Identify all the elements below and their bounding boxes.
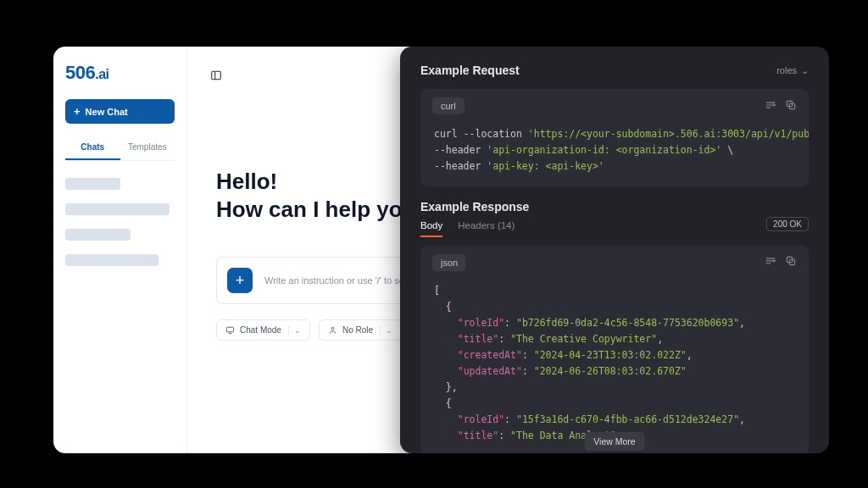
plus-icon: + <box>74 106 81 117</box>
chat-mode-button[interactable]: Chat Mode ⌄ <box>216 319 310 341</box>
wrap-icon[interactable] <box>765 255 776 269</box>
code-lang-tab[interactable]: json <box>432 254 466 271</box>
list-item[interactable] <box>65 229 131 241</box>
svg-rect-0 <box>212 71 221 79</box>
wrap-icon[interactable] <box>765 99 776 114</box>
code-lang-tab[interactable]: curl <box>432 97 465 114</box>
sidebar-tabs: Chats Templates <box>65 136 175 161</box>
collapse-sidebar-icon[interactable] <box>209 69 223 82</box>
status-badge: 200 OK <box>766 217 809 231</box>
curl-code[interactable]: curl --location 'https://<your-subdomain… <box>420 121 809 186</box>
chat-mode-icon <box>225 325 235 335</box>
response-title: Example Response <box>420 200 529 214</box>
list-item[interactable] <box>65 178 120 190</box>
response-tabs: Body Headers (14) 200 OK <box>420 220 809 237</box>
json-code[interactable]: [ { "roleId": "b726fd69-0da2-4c56-8548-7… <box>420 278 809 453</box>
svg-point-4 <box>331 327 334 330</box>
endpoint-dropdown[interactable]: roles ⌄ <box>776 65 809 76</box>
request-title: Example Request <box>420 64 520 77</box>
copy-icon[interactable] <box>785 255 797 269</box>
tab-body[interactable]: Body <box>420 220 442 237</box>
api-docs-panel: Example Request roles ⌄ curl curl --loca… <box>400 47 829 453</box>
add-attachment-button[interactable]: + <box>227 268 253 293</box>
list-item[interactable] <box>65 203 170 215</box>
tab-templates[interactable]: Templates <box>120 136 175 160</box>
chevron-down-icon: ⌄ <box>801 65 809 76</box>
logo: 506.ai <box>65 62 175 84</box>
tab-headers[interactable]: Headers (14) <box>458 220 515 237</box>
sidebar: 506.ai + New Chat Chats Templates <box>53 47 187 453</box>
tab-chats[interactable]: Chats <box>65 136 120 160</box>
new-chat-label: New Chat <box>86 107 128 117</box>
copy-icon[interactable] <box>785 99 797 114</box>
response-code-block: json [ { "roleId": "b726fd69-0da2-4c56-8… <box>420 246 809 453</box>
request-code-block: curl curl --location 'https://<your-subd… <box>420 89 809 186</box>
svg-rect-2 <box>226 327 233 332</box>
chevron-down-icon: ⌄ <box>288 326 301 335</box>
response-header: Example Response <box>420 200 809 214</box>
list-item[interactable] <box>65 254 159 266</box>
role-button[interactable]: No Role ⌄ <box>319 319 402 341</box>
new-chat-button[interactable]: + New Chat <box>65 99 175 124</box>
chevron-down-icon: ⌄ <box>380 326 392 335</box>
prompt-input[interactable]: Write an instruction or use '/' to selec <box>264 275 416 286</box>
person-icon <box>328 325 337 335</box>
request-header: Example Request roles ⌄ <box>420 64 809 77</box>
view-more-button[interactable]: View More <box>584 432 644 451</box>
